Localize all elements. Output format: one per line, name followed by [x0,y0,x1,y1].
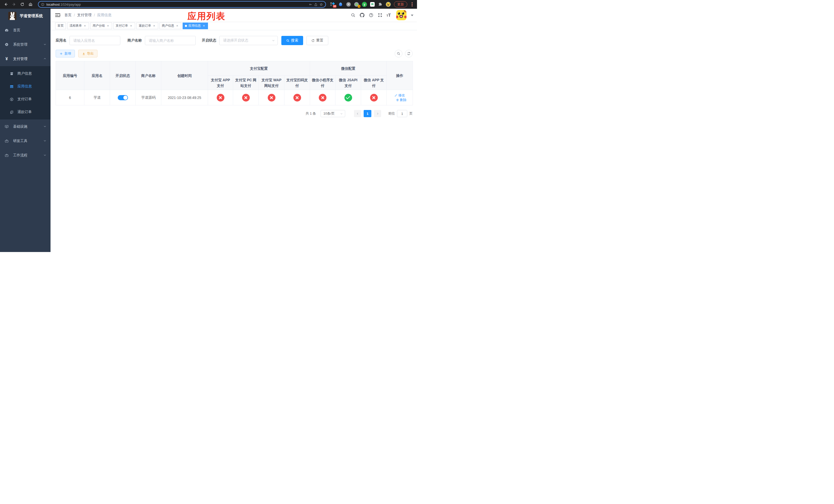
delete-button[interactable]: 删除 [396,98,407,102]
goto-prefix-label: 前往 [388,111,395,116]
tab-merchant-info[interactable]: 商户信息× [159,23,181,29]
home-icon[interactable] [27,1,34,8]
tab-refund-order[interactable]: 退款订单× [136,23,158,29]
browser-menu-icon[interactable] [410,2,414,6]
close-icon[interactable]: × [175,24,179,28]
trash-icon [396,98,399,101]
extensions-row: 10 ⌘ 1 y [330,2,391,7]
current-page-button[interactable]: 1 [364,110,371,117]
refresh-icon [407,52,411,55]
reset-button[interactable]: 重置 [306,36,328,45]
close-icon[interactable]: × [202,24,206,28]
close-icon[interactable]: × [106,24,110,28]
forward-icon[interactable] [11,1,18,8]
search-button[interactable]: 搜索 [281,36,303,45]
close-icon[interactable]: × [152,24,156,28]
search-icon[interactable] [351,13,356,18]
chevron-right-icon [376,112,379,115]
extension-icon[interactable]: 10 [330,2,335,7]
profile-extension-icon[interactable]: 1 [354,2,359,7]
download-icon [82,52,85,55]
status-wx-mini-icon [319,94,327,101]
bookmark-star-icon[interactable] [320,3,323,6]
plus-icon [60,52,63,55]
font-size-icon[interactable]: TT [387,13,391,18]
sidebar-collapse-icon[interactable] [55,13,60,18]
breadcrumb-current: 应用信息 [97,13,112,18]
fullscreen-icon[interactable] [377,13,382,18]
chat-extension-icon[interactable] [370,2,375,7]
sidebar-item-devtools[interactable]: 研发工具 [0,134,50,148]
close-icon[interactable]: × [83,24,87,28]
toolbox-icon [5,153,9,157]
document-icon [10,110,14,114]
gem-extension-icon[interactable] [338,2,343,7]
help-icon[interactable] [369,13,374,18]
refresh-icon [311,39,315,42]
reload-icon[interactable] [19,1,26,8]
sidebar-subitem-app-info[interactable]: 应用信息 [0,80,50,93]
breadcrumb-payment[interactable]: 支付管理 [77,13,91,18]
edit-button[interactable]: 修改 [394,93,405,98]
status-alipay-wap-icon [268,94,276,101]
sidebar-item-workflow[interactable]: 工作流程 [0,148,50,162]
top-navbar: 首页 / 支付管理 / 应用信息 应用列表 TT [50,9,417,22]
add-button[interactable]: 新增 [56,50,75,58]
tab-user-group[interactable]: 用户分组× [90,23,112,29]
enabled-toggle[interactable] [118,95,128,100]
app-logo[interactable]: 芋道管理系统 [0,9,50,23]
pagination: 共 1 条 10条/页 1 前往 页 [56,110,413,117]
export-button[interactable]: 导出 [78,50,97,58]
cell-app-id: 6 [56,90,84,105]
active-dot [185,25,187,27]
page-size-select[interactable]: 10条/页 [321,110,345,117]
password-key-icon[interactable] [309,3,312,6]
user-avatar[interactable] [396,10,407,20]
table-toolbar: 新增 导出 [56,50,413,58]
refresh-table-button[interactable] [405,50,413,58]
browser-toolbar: localhost:1024/pay/app 10 ⌘ 1 y 更新 [0,0,417,9]
sidebar-subitem-pay-order[interactable]: 支付订单 [0,93,50,106]
goto-suffix-label: 页 [409,111,413,116]
status-alipay-app-icon [217,94,224,101]
cell-status [110,90,136,105]
tab-process-form[interactable]: 流程表单× [67,23,89,29]
edit-icon [394,94,397,97]
sidebar-item-infrastructure[interactable]: 基础设施 [0,119,50,134]
yen-icon: ¥ [5,56,9,62]
sidebar-subitem-refund-order[interactable]: 退款订单 [0,106,50,118]
browser-profile-avatar[interactable] [386,2,391,7]
status-alipay-qr-icon [293,94,301,101]
sidebar-item-system[interactable]: 系统管理 [0,38,50,52]
yuque-extension-icon[interactable]: y [362,2,367,7]
tab-home[interactable]: 首页 [55,23,66,29]
tab-pay-order[interactable]: 支付订单× [113,23,135,29]
command-extension-icon[interactable]: ⌘ [346,2,351,7]
sidebar-subitem-merchant-info[interactable]: 商户信息 [0,67,50,80]
breadcrumb-home[interactable]: 首页 [64,13,71,18]
tab-app-info[interactable]: 应用信息× [182,23,208,29]
status-wx-jsapi-icon [345,94,352,101]
next-page-button[interactable] [374,110,381,117]
github-icon[interactable] [359,13,365,18]
share-icon[interactable] [314,3,317,6]
status-select[interactable]: 请选择开启状态 [219,36,278,45]
toggle-search-button[interactable] [395,50,402,58]
extensions-puzzle-icon[interactable] [378,2,383,7]
chevron-up-icon [43,57,46,61]
app-name-input[interactable] [69,36,120,45]
goto-page-input[interactable] [397,110,407,117]
address-bar[interactable]: localhost:1024/pay/app [38,1,326,8]
avatar-caret-icon[interactable] [411,15,413,18]
prev-page-button[interactable] [354,110,361,117]
url-text[interactable]: localhost:1024/pay/app [46,3,307,6]
merchant-name-input[interactable] [145,36,196,45]
tags-view-bar: 首页 流程表单× 用户分组× 支付订单× 退款订单× 商户信息× 应用信息× [50,22,417,30]
col-merchant: 商户名称 [136,61,161,90]
site-info-icon[interactable] [41,3,44,6]
browser-update-button[interactable]: 更新 [394,1,407,7]
sidebar-item-home[interactable]: 首页 [0,23,50,38]
close-icon[interactable]: × [129,24,133,28]
back-icon[interactable] [3,1,9,8]
sidebar-item-payment[interactable]: ¥ 支付管理 [0,52,50,66]
